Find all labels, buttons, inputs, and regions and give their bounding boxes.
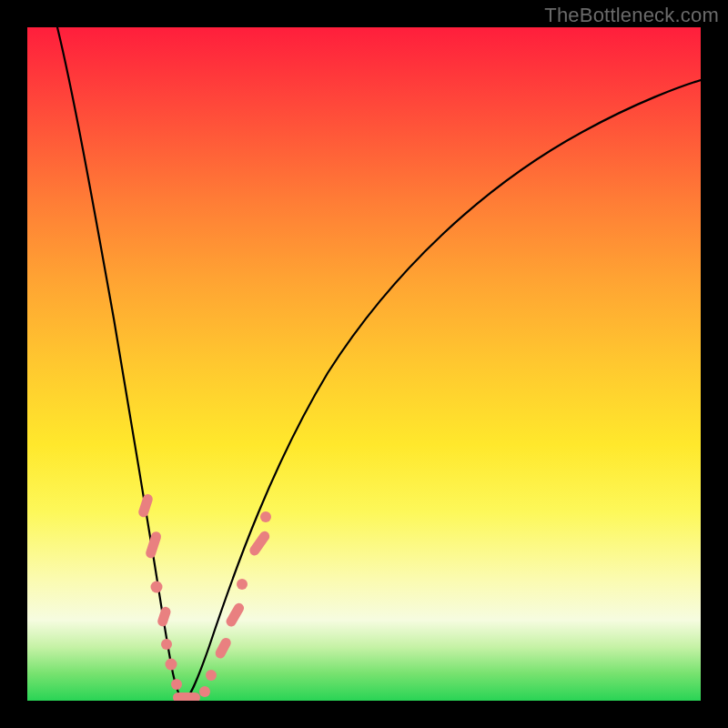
watermark-text: TheBottleneck.com	[544, 4, 719, 27]
chart-frame: TheBottleneck.com	[0, 0, 728, 728]
svg-rect-0	[137, 493, 154, 519]
svg-rect-13	[248, 530, 271, 558]
svg-point-6	[171, 679, 182, 690]
svg-rect-11	[225, 602, 247, 629]
svg-point-14	[260, 511, 271, 522]
svg-point-4	[161, 639, 172, 650]
svg-rect-3	[157, 605, 172, 627]
svg-rect-10	[214, 636, 233, 660]
plot-area	[27, 27, 701, 701]
curve-right	[184, 80, 701, 701]
curve-left	[57, 27, 184, 701]
svg-rect-1	[145, 531, 163, 560]
svg-point-9	[206, 670, 217, 681]
curve-layer	[27, 27, 701, 701]
svg-point-5	[166, 659, 177, 671]
markers-left	[137, 493, 177, 671]
svg-point-2	[151, 581, 163, 593]
svg-point-8	[199, 686, 210, 697]
svg-point-12	[237, 579, 248, 590]
svg-rect-7	[173, 693, 200, 701]
markers-right	[206, 511, 271, 681]
